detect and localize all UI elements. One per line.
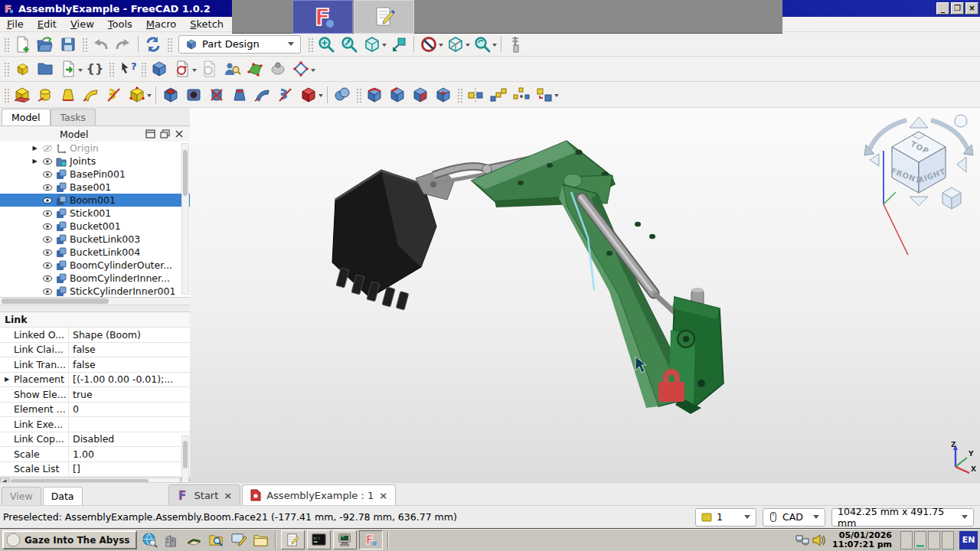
property-row[interactable]: Scale List[] — [0, 462, 190, 478]
menu-edit[interactable]: Edit — [31, 18, 64, 31]
toolbar-grip[interactable] — [108, 61, 114, 77]
tab-tasks[interactable]: Tasks — [51, 109, 96, 126]
volume-tray-icon[interactable] — [812, 533, 827, 547]
alt-tab-freecad[interactable]: F — [292, 0, 353, 34]
groove-button[interactable] — [205, 84, 228, 106]
toolbar-grip[interactable] — [456, 87, 462, 103]
property-group-link[interactable]: Link — [0, 312, 190, 328]
close-tab-icon[interactable]: × — [224, 490, 232, 501]
toolbar-grip[interactable] — [307, 37, 313, 52]
pad-button[interactable] — [11, 84, 34, 106]
expander-icon[interactable]: ▶ — [31, 158, 39, 165]
property-row[interactable]: Element ...0 — [0, 403, 190, 418]
subtractive-helix-button[interactable] — [274, 84, 297, 106]
pocket-button[interactable] — [159, 84, 182, 106]
taskbar-clock[interactable]: 05/01/2026 11:07:21 pm — [832, 531, 892, 549]
menu-macro[interactable]: Macro — [139, 18, 183, 31]
dropdown-arrow[interactable] — [78, 69, 83, 74]
create-datum-button[interactable] — [289, 58, 312, 80]
whats-this-button[interactable]: ? — [116, 58, 139, 80]
create-group-button[interactable] — [34, 58, 57, 80]
draft-button[interactable] — [409, 84, 432, 106]
toolbar-grip[interactable] — [3, 87, 9, 103]
tree-item-joints[interactable]: ▶ Joints — [0, 155, 190, 168]
menu-file[interactable]: File — [0, 18, 31, 31]
tab-data[interactable]: Data — [43, 487, 83, 505]
shape-binder-button[interactable] — [266, 58, 289, 80]
menu-tools[interactable]: Tools — [101, 18, 139, 31]
tree-item-bucketlink003[interactable]: BucketLink003 — [0, 233, 190, 246]
eye-icon[interactable] — [42, 262, 53, 269]
decimals-combo[interactable]: 1 — [695, 508, 756, 527]
additive-loft-button[interactable] — [57, 84, 80, 106]
tree-item-basepin001[interactable]: BasePin001 — [0, 168, 190, 181]
eye-icon[interactable] — [42, 184, 53, 191]
property-row[interactable]: Linked O...Shape (Boom) — [0, 328, 190, 343]
dropdown-arrow[interactable] — [492, 44, 497, 49]
align-to-selection-button[interactable] — [387, 34, 410, 55]
dropdown-arrow[interactable] — [311, 69, 315, 74]
tab-view[interactable]: View — [2, 487, 41, 505]
property-row[interactable]: Link Clai...false — [0, 343, 190, 358]
tree-item-boom001[interactable]: Boom001 — [0, 194, 190, 207]
refresh-button[interactable] — [142, 34, 165, 55]
tree-item-stickcylinderinner001[interactable]: StickCylinderInner001 — [0, 285, 190, 298]
tab-assembly-document[interactable]: AssemblyExample : 1 × — [242, 484, 396, 505]
axonometric-view-button[interactable] — [361, 34, 384, 55]
close-tab-icon[interactable]: × — [379, 490, 387, 501]
tree-item-stick001[interactable]: Stick001 — [0, 207, 190, 220]
hole-button[interactable] — [182, 84, 205, 106]
buildings-launcher[interactable] — [162, 530, 181, 549]
create-body-button[interactable] — [148, 58, 171, 80]
nav-mini-cube-icon[interactable] — [942, 187, 961, 209]
eye-hidden-icon[interactable] — [42, 145, 53, 152]
thickness-button[interactable] — [432, 84, 455, 106]
alt-tab-text-editor[interactable] — [354, 0, 414, 34]
open-file-button[interactable] — [34, 34, 57, 55]
language-indicator[interactable]: EN — [959, 531, 978, 549]
tree-item-origin[interactable]: ▶ Origin — [0, 142, 190, 155]
tree-item-bucket001[interactable]: Bucket001 — [0, 220, 190, 233]
task-terminal[interactable]: 0:\ — [307, 530, 331, 549]
dropdown-arrow[interactable] — [554, 94, 559, 99]
restore-button[interactable]: ❐ — [951, 2, 964, 15]
task-text-editor[interactable] — [281, 530, 305, 549]
nav-style-combo[interactable]: CAD — [763, 508, 825, 527]
make-link-button[interactable] — [57, 58, 80, 80]
polar-pattern-button[interactable] — [510, 84, 533, 106]
expression-editor-button[interactable]: {} — [83, 58, 106, 80]
map-sketch-button[interactable] — [198, 58, 220, 80]
tree-horizontal-scrollbar[interactable] — [0, 298, 190, 305]
revolution-button[interactable] — [34, 84, 57, 106]
menu-sketch[interactable]: Sketch — [183, 18, 230, 31]
close-button[interactable]: × — [965, 2, 978, 15]
tree-item-boomcylinderouter[interactable]: BoomCylinderOuter... — [0, 259, 190, 272]
subtractive-primitive-button[interactable] — [297, 84, 320, 106]
check-geometry-button[interactable] — [243, 58, 266, 80]
desktop-settings-launcher[interactable] — [228, 530, 248, 549]
eye-icon[interactable] — [42, 275, 53, 282]
eye-icon[interactable] — [42, 223, 53, 230]
validate-sketch-button[interactable] — [220, 58, 243, 80]
dropdown-arrow[interactable] — [439, 44, 443, 49]
workspace-4[interactable] — [942, 531, 954, 549]
property-row[interactable]: Link Exe... — [0, 417, 190, 432]
additive-helix-button[interactable] — [103, 84, 126, 106]
toolbar-grip[interactable] — [355, 87, 361, 103]
fit-all-button[interactable] — [315, 34, 338, 55]
property-row-placement[interactable]: ▶Placement[(-1.00 0.00 -0.01);... — [0, 373, 190, 388]
expander-icon[interactable]: ▶ — [5, 376, 12, 383]
dropdown-arrow[interactable] — [147, 94, 152, 99]
task-computer[interactable] — [333, 530, 357, 549]
fit-selection-button[interactable] — [338, 34, 361, 55]
start-menu-button[interactable]: Gaze Into The Abyss — [2, 530, 137, 549]
property-row[interactable]: Link Tran...false — [0, 357, 190, 373]
property-row[interactable]: Scale1.00 — [0, 447, 190, 462]
eye-icon[interactable] — [42, 197, 53, 204]
boolean-button[interactable] — [331, 84, 354, 106]
save-button[interactable] — [57, 34, 80, 55]
task-freecad[interactable]: F — [359, 530, 383, 549]
undo-button[interactable] — [89, 34, 112, 55]
minimize-button[interactable]: _ — [936, 2, 949, 15]
tree-item-boomcylinderinner[interactable]: BoomCylinderInner... — [0, 272, 190, 285]
